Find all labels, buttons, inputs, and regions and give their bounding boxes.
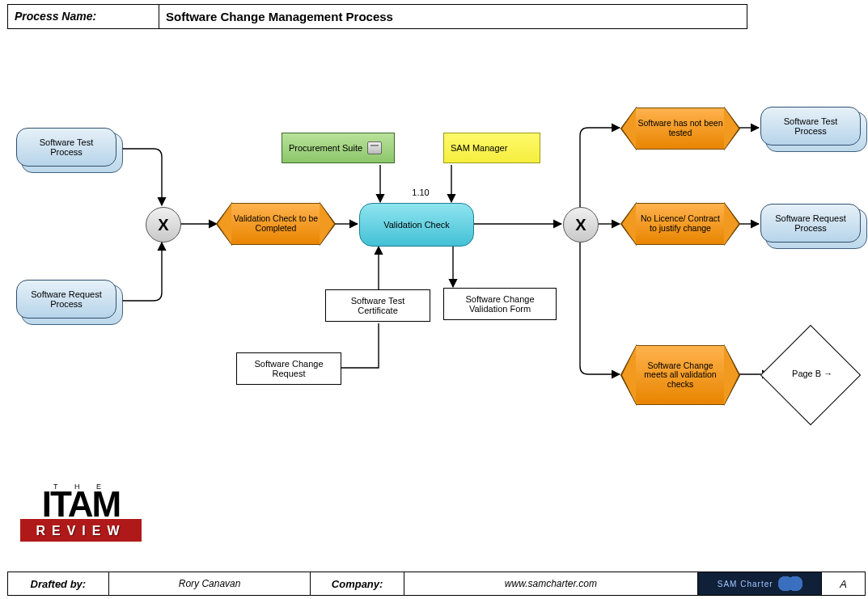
footer-logo-text: SAM Charter [718,580,773,588]
node-procurement-suite: Procurement Suite [282,133,395,163]
page-b-label: Page B → [772,369,853,378]
gateway-xor-2: X [563,207,599,243]
header-title-table: Process Name: Software Change Management… [7,4,747,29]
node-validation-to-complete: Validation Check to be Completed [231,203,320,245]
footer-samcharter-logo: SAM Charter [698,572,822,595]
procurement-suite-label: Procurement Suite [289,143,362,153]
node-page-b-diamond: Page B → [760,325,861,425]
footer-drafted-by-label: Drafted by: [8,572,109,595]
node-software-change-validation-form: Software Change Validation Form [443,288,557,320]
node-meets-checks: Software Change meets all validation che… [636,345,725,405]
itam-logo-itam: ITAM [20,491,142,521]
footer-drafted-by-value: Rory Canavan [109,572,311,595]
process-name-label: Process Name: [8,5,159,28]
footer-table: Drafted by: Rory Canavan Company: www.sa… [7,572,866,596]
footer-company-label: Company: [311,572,404,595]
process-name-value: Software Change Management Process [159,5,747,28]
footer-page: A [822,572,865,595]
footer-company-value: www.samcharter.com [404,572,698,595]
sam-manager-label: SAM Manager [451,143,507,153]
node-not-tested: Software has not been tested [636,108,725,150]
node-software-change-request: Software Change Request [236,352,341,385]
node-no-licence: No Licence/ Contract to justify change [636,203,725,245]
node-sam-manager: SAM Manager [443,133,540,163]
node-software-test-certificate: Software Test Certificate [325,289,430,322]
itam-logo-review: REVIEW [20,521,142,542]
itam-review-logo: T H E ITAM REVIEW [20,483,142,542]
dna-icon [778,576,802,592]
node-validation-check: Validation Check [359,203,474,247]
gateway-xor-1: X [146,207,181,243]
step-number-label: 1.10 [404,186,437,199]
server-icon [367,141,382,154]
